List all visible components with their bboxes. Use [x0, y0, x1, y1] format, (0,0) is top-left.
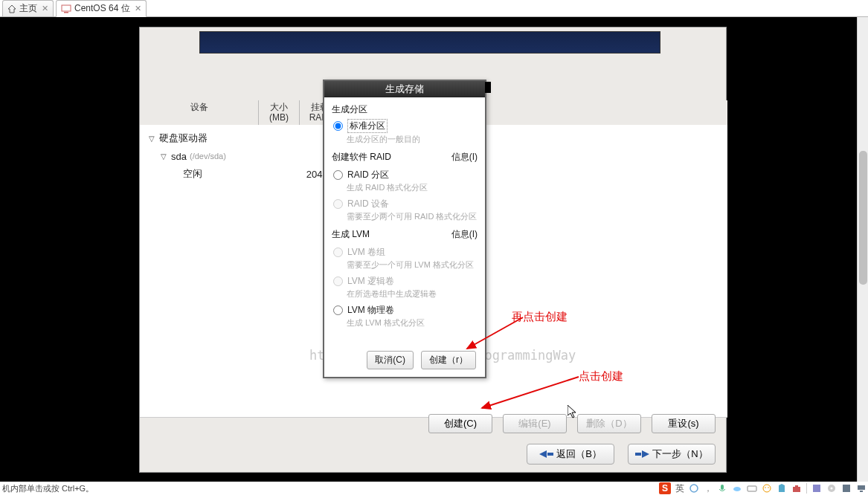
scrollbar-thumb[interactable] — [859, 151, 867, 285]
label-sda-path: (/dev/sda) — [190, 152, 226, 161]
floppy-icon[interactable] — [841, 483, 852, 494]
tab-vm-label: CentOS 64 位 — [74, 2, 130, 15]
guest-window: 设备 大小 (MB) 挂载 RAID ▽ 硬盘驱动器 ▽ sda (/dev/s… — [139, 27, 727, 473]
create-storage-dialog: 生成存储 生成分区 标准分区 生成分区的一般目的 创建软件 RAID 信息(I)… — [323, 80, 486, 378]
svg-rect-11 — [793, 487, 800, 492]
hint-lvm-vg: 需要至少一个可用 LVM 格式化分区 — [347, 259, 478, 271]
shirt-icon[interactable] — [777, 483, 787, 494]
svg-rect-5 — [721, 485, 724, 490]
label-harddrives: 硬盘驱动器 — [159, 132, 208, 145]
svg-point-6 — [733, 487, 741, 491]
svg-rect-16 — [843, 485, 850, 492]
chevron-down-icon[interactable]: ▽ — [159, 152, 168, 161]
svg-point-9 — [765, 487, 766, 488]
hint-lvm-pv: 生成 LVM 格式化分区 — [347, 317, 478, 329]
dialog-title: 生成存储 — [324, 81, 485, 97]
info-link-raid[interactable]: 信息(I) — [451, 151, 478, 164]
mic-icon[interactable] — [717, 483, 727, 494]
status-text: 机内部单击或按 Ctrl+G。 — [2, 483, 94, 494]
label-raid-dev: RAID 设备 — [347, 198, 389, 210]
label-lvm-lv: LVM 逻辑卷 — [347, 275, 394, 288]
keyboard-icon[interactable] — [747, 483, 757, 494]
label-lvm-pv: LVM 物理卷 — [347, 304, 394, 317]
hint-standard: 生成分区的一般目的 — [347, 134, 478, 145]
section-raid: 创建软件 RAID — [332, 151, 391, 164]
label-lvm-vg: LVM 卷组 — [347, 246, 385, 259]
radio-lvm-lv: LVM 逻辑卷 — [333, 275, 478, 288]
label-raid-part: RAID 分区 — [347, 169, 389, 181]
disk-icon[interactable] — [811, 483, 822, 494]
radio-raid-dev-input — [333, 199, 343, 209]
radio-lvm-vg: LVM 卷组 — [333, 246, 478, 259]
status-bar: 机内部单击或按 Ctrl+G。 — [0, 482, 94, 495]
back-button[interactable]: 返回（B） — [527, 444, 614, 465]
next-button[interactable]: 下一步（N） — [628, 444, 716, 465]
label-sda: sda — [171, 151, 187, 162]
section-create-partition: 生成分区 — [332, 103, 478, 116]
home-icon — [7, 4, 16, 13]
radio-lvm-lv-input — [333, 276, 343, 286]
info-link-lvm[interactable]: 信息(I) — [451, 228, 478, 241]
col-device: 设备 — [140, 100, 259, 125]
svg-rect-7 — [748, 486, 756, 491]
smiley-icon[interactable] — [762, 483, 772, 494]
radio-lvm-vg-input — [333, 248, 343, 257]
svg-rect-0 — [62, 5, 71, 11]
arrow-left-icon — [539, 450, 547, 458]
cloud-icon[interactable] — [732, 483, 742, 494]
svg-point-4 — [690, 485, 698, 492]
arrow-right-icon — [642, 450, 649, 458]
tab-home-label: 主页 — [19, 2, 37, 15]
cancel-button[interactable]: 取消(C) — [367, 351, 414, 369]
create-button[interactable]: 创建（r） — [421, 351, 476, 369]
radio-raid-partition[interactable]: RAID 分区 — [333, 169, 478, 181]
tab-home[interactable]: 主页 ✕ — [2, 0, 54, 16]
svg-rect-12 — [795, 485, 798, 487]
label-standard: 标准分区 — [347, 119, 388, 133]
tray-separator — [806, 483, 807, 494]
col-size: 大小 (MB) — [259, 100, 300, 125]
svg-point-15 — [831, 488, 833, 490]
back-label: 返回（B） — [556, 447, 602, 461]
radio-lvm-pv-input[interactable] — [333, 305, 343, 315]
radio-raid-device: RAID 设备 — [333, 198, 478, 210]
action-row: 创建(C) 编辑(E) 删除（D） 重设(s) — [140, 414, 726, 433]
vm-viewport: 设备 大小 (MB) 挂载 RAID ▽ 硬盘驱动器 ▽ sda (/dev/s… — [0, 17, 857, 482]
reset-button[interactable]: 重设(s) — [652, 414, 716, 433]
network-icon[interactable] — [856, 483, 867, 494]
nav-row: 返回（B） 下一步（N） — [140, 444, 726, 465]
comma-icon: ， — [704, 482, 713, 495]
svg-rect-17 — [858, 485, 865, 490]
close-icon[interactable]: ✕ — [42, 4, 48, 13]
close-icon[interactable]: ✕ — [135, 4, 141, 13]
svg-point-8 — [763, 485, 771, 492]
ime-lang-icon[interactable]: 英 — [675, 482, 684, 495]
svg-rect-1 — [64, 12, 68, 13]
radio-raid-part-input[interactable] — [333, 170, 343, 180]
create-partition-button[interactable]: 创建(C) — [428, 414, 492, 433]
next-label: 下一步（N） — [652, 447, 707, 461]
delete-button: 删除（D） — [577, 414, 641, 433]
chevron-down-icon[interactable]: ▽ — [147, 135, 156, 143]
radio-standard-partition[interactable]: 标准分区 — [333, 119, 478, 133]
edit-button: 编辑(E) — [503, 414, 567, 433]
svg-rect-18 — [860, 491, 863, 492]
svg-rect-13 — [813, 485, 820, 492]
svg-point-10 — [768, 487, 769, 488]
dialog-resize-handle — [485, 82, 491, 93]
installer-header — [199, 31, 660, 54]
radio-standard-input[interactable] — [333, 121, 343, 131]
section-lvm: 生成 LVM — [332, 228, 370, 241]
tab-vm[interactable]: CentOS 64 位 ✕ — [56, 0, 147, 17]
hint-raid-dev: 需要至少两个可用 RAID 格式化分区 — [347, 211, 478, 222]
moon-icon[interactable] — [689, 483, 699, 494]
radio-lvm-pv[interactable]: LVM 物理卷 — [333, 304, 478, 317]
sogou-ime-icon[interactable]: S — [659, 482, 671, 494]
scrollbar-vertical[interactable] — [857, 17, 868, 482]
label-free: 空闲 — [183, 167, 202, 181]
tab-bar: 主页 ✕ CentOS 64 位 ✕ — [0, 0, 868, 17]
cd-icon[interactable] — [826, 483, 837, 494]
hint-lvm-lv: 在所选卷组中生成逻辑卷 — [347, 288, 478, 300]
vm-icon — [61, 4, 71, 13]
toolbox-icon[interactable] — [791, 483, 802, 494]
